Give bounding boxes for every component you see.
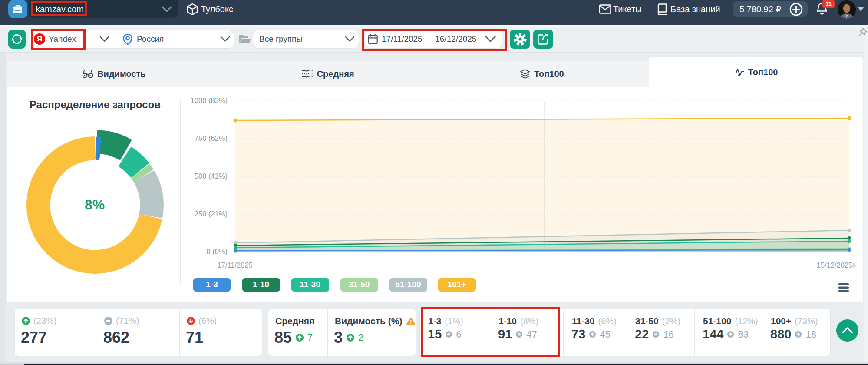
- svg-text:Распределение запросов: Распределение запросов: [30, 99, 161, 110]
- svg-text:31-50: 31-50: [349, 280, 370, 289]
- svg-text:750 (62%): 750 (62%): [195, 134, 228, 142]
- svg-text:8%: 8%: [85, 197, 105, 212]
- svg-text:51-100: 51-100: [395, 280, 421, 289]
- svg-text:1000 (83%): 1000 (83%): [191, 96, 228, 104]
- svg-text:17/11/2025: 17/11/2025: [217, 261, 252, 269]
- svg-text:11-30: 11-30: [300, 280, 320, 289]
- svg-text:250 (21%): 250 (21%): [195, 210, 228, 218]
- svg-text:15/12/2025: 15/12/2025: [817, 261, 853, 269]
- svg-text:101+: 101+: [448, 280, 466, 289]
- svg-text:1-3: 1-3: [206, 280, 218, 289]
- svg-text:0 (0%): 0 (0%): [206, 248, 228, 256]
- svg-text:500 (41%): 500 (41%): [195, 172, 228, 180]
- svg-text:1-10: 1-10: [253, 280, 269, 289]
